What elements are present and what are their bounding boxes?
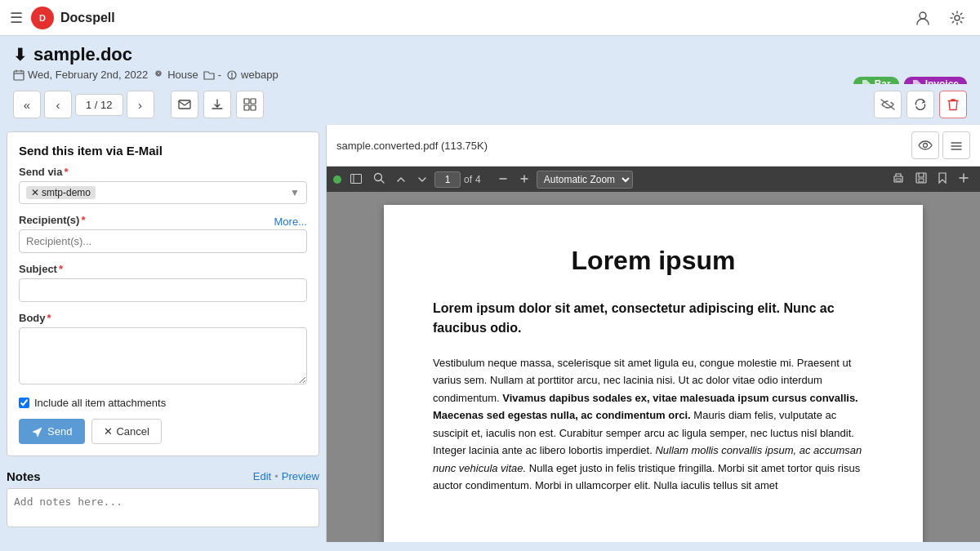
notes-sep: • xyxy=(274,470,278,482)
recipients-input[interactable] xyxy=(19,229,307,253)
user-icon[interactable] xyxy=(910,5,936,31)
cancel-label: Cancel xyxy=(116,425,149,438)
pdf-menu-button[interactable] xyxy=(942,131,970,159)
meta-correspondent: House xyxy=(153,69,198,81)
delete-button[interactable] xyxy=(939,91,967,118)
search-icon xyxy=(373,172,385,184)
svg-point-6 xyxy=(158,72,160,74)
email-icon xyxy=(178,98,191,111)
eye-slash-button[interactable] xyxy=(874,91,902,118)
svg-point-2 xyxy=(920,12,926,19)
meta-date: Wed, February 2nd, 2022 xyxy=(13,69,148,81)
required-star-4: * xyxy=(47,312,51,324)
gear-icon xyxy=(949,10,965,26)
subject-input[interactable] xyxy=(19,278,307,302)
include-attachments-checkbox[interactable] xyxy=(19,398,29,408)
cancel-button[interactable]: ✕ Cancel xyxy=(91,419,161,444)
menu-lines-icon xyxy=(950,140,963,151)
pdf-header: sample.converted.pdf (113.75K) xyxy=(327,125,980,167)
send-via-select[interactable]: ✕ smtp-demo ▼ xyxy=(19,181,307,204)
page-number-display: 1 / 12 xyxy=(75,94,123,116)
rotate-icon xyxy=(914,98,927,111)
settings-button[interactable] xyxy=(944,5,970,31)
svg-rect-11 xyxy=(251,99,256,104)
notes-textarea[interactable] xyxy=(7,488,319,527)
hamburger-icon[interactable]: ☰ xyxy=(10,9,23,27)
svg-rect-4 xyxy=(14,71,24,80)
pdf-page-input[interactable] xyxy=(434,171,461,188)
bookmark-icon xyxy=(938,172,947,184)
body-group: Body * xyxy=(19,312,307,387)
pdf-lead: Lorem ipsum dolor sit amet, consectetur … xyxy=(433,299,874,338)
pdf-save-button[interactable] xyxy=(911,170,931,189)
recipients-group: Recipient(s) * More... xyxy=(19,214,307,253)
cancel-x-icon: ✕ xyxy=(104,425,113,438)
page-title: sample.doc xyxy=(33,44,132,65)
person-icon xyxy=(915,10,931,26)
svg-rect-12 xyxy=(244,105,249,110)
pdf-bookmark-button[interactable] xyxy=(934,170,951,189)
logo: D xyxy=(31,7,54,29)
pdf-page-of: of xyxy=(464,174,472,185)
toolbar-right xyxy=(874,91,967,118)
send-label: Send xyxy=(47,425,72,438)
email-form-title: Send this item via E-Mail xyxy=(19,144,307,158)
eye-slash-icon xyxy=(880,99,895,110)
sidebar-toggle-icon xyxy=(350,174,362,184)
required-star-2: * xyxy=(81,214,85,226)
email-button[interactable] xyxy=(171,91,198,118)
eye-icon xyxy=(918,140,933,151)
svg-rect-10 xyxy=(244,99,249,104)
pdf-search-button[interactable] xyxy=(369,170,389,189)
notes-edit-link[interactable]: Edit xyxy=(253,470,271,482)
notes-header: Notes Edit • Preview xyxy=(7,469,319,483)
pdf-status-dot xyxy=(333,176,341,184)
app-name: Docspell xyxy=(60,11,115,25)
trash-icon xyxy=(947,98,959,111)
grid-view-button[interactable] xyxy=(236,91,264,118)
pdf-page-total: 4 xyxy=(475,174,481,185)
svg-rect-13 xyxy=(251,105,256,110)
svg-point-8 xyxy=(231,77,233,78)
pdf-scroll-down-button[interactable] xyxy=(413,171,431,189)
pdf-scroll-up-button[interactable] xyxy=(392,171,410,189)
pdf-zoom-select[interactable]: Automatic Zoom xyxy=(537,171,633,189)
chevron-down-icon: ▼ xyxy=(290,187,300,198)
meta-folder-sep: - xyxy=(218,69,221,81)
body-textarea[interactable] xyxy=(19,327,307,384)
more-link[interactable]: More... xyxy=(274,216,307,228)
send-via-label: Send via * xyxy=(19,166,307,178)
pdf-content[interactable]: Lorem ipsum Lorem ipsum dolor sit amet, … xyxy=(327,192,980,542)
pdf-zoom-out-button[interactable] xyxy=(494,171,512,189)
page-header: ⬇ sample.doc Wed, February 2nd, 2022 Hou… xyxy=(0,36,980,84)
pdf-print-button[interactable] xyxy=(889,170,908,189)
send-via-group: Send via * ✕ smtp-demo ▼ xyxy=(19,166,307,204)
pdf-body-text: Vestibulum neque massa, scelerisque sit … xyxy=(433,354,874,495)
include-attachments-row: Include all item attachments xyxy=(19,397,307,409)
arrow-down-icon xyxy=(417,176,427,184)
recipients-label: Recipient(s) * xyxy=(19,214,85,226)
form-actions: Send ✕ Cancel xyxy=(19,419,307,444)
pdf-more-button[interactable] xyxy=(954,170,973,189)
pdf-zoom-in-button[interactable] xyxy=(515,171,533,189)
body-label: Body * xyxy=(19,312,307,324)
rotate-button[interactable] xyxy=(906,91,934,118)
notes-title: Notes xyxy=(7,469,41,483)
meta-folder: - xyxy=(203,69,221,81)
first-page-button[interactable]: « xyxy=(13,91,41,118)
include-attachments-label: Include all item attachments xyxy=(34,397,166,409)
prev-page-button[interactable]: ‹ xyxy=(44,91,72,118)
pdf-header-icons xyxy=(911,131,970,159)
page-nav: « ‹ 1 / 12 › xyxy=(13,91,154,118)
download-button[interactable] xyxy=(203,91,231,118)
pdf-toggle-sidebar-button[interactable] xyxy=(346,171,366,189)
next-page-button[interactable]: › xyxy=(127,91,154,118)
more-icon xyxy=(958,172,969,184)
page-title-row: ⬇ sample.doc xyxy=(13,44,967,65)
notes-preview-link[interactable]: Preview xyxy=(282,470,319,482)
pdf-view-button[interactable] xyxy=(911,131,939,159)
smtp-demo-tag: ✕ smtp-demo xyxy=(26,186,96,199)
send-button[interactable]: Send xyxy=(19,419,85,444)
smtp-close-icon[interactable]: ✕ xyxy=(31,187,39,198)
meta-source: webapp xyxy=(226,69,278,81)
